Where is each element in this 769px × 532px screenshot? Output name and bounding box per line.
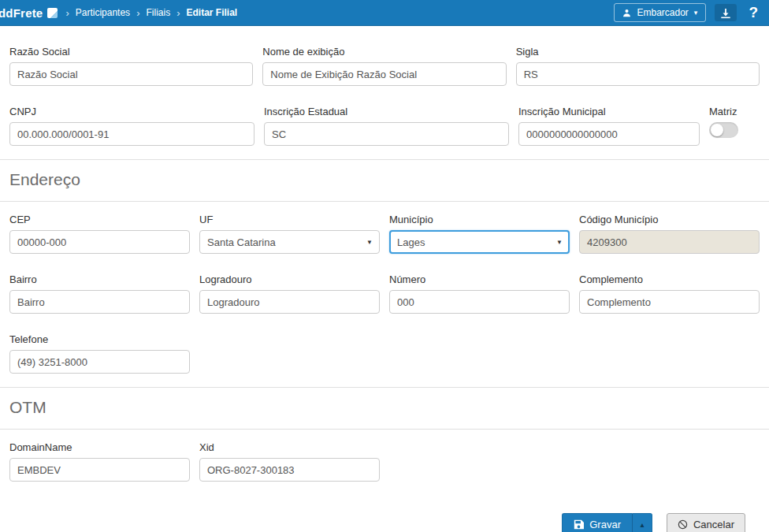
logradouro-label: Logradouro (199, 273, 380, 285)
field-inscricao-municipal: Inscrição Municipal (518, 106, 700, 146)
field-sigla: Sigla (516, 46, 760, 86)
razao-social-input[interactable] (9, 62, 253, 86)
complemento-label: Complemento (579, 273, 760, 285)
matriz-toggle[interactable] (709, 122, 738, 138)
field-telefone: Telefone (9, 333, 190, 374)
help-button[interactable]: ? (745, 4, 761, 21)
embarcador-label: Embarcador (637, 7, 688, 18)
uf-select-value: Santa Catarina (207, 236, 276, 248)
save-icon (574, 519, 584, 530)
codigo-municipio-label: Código Município (579, 214, 760, 225)
razao-social-label: Razão Social (9, 46, 253, 58)
field-logradouro: Logradouro (199, 273, 380, 314)
top-navbar: ddFrete › Participantes › Filiais › Edit… (0, 0, 769, 26)
bairro-label: Bairro (9, 273, 190, 285)
chevron-down-icon: ▾ (694, 9, 698, 17)
cep-input[interactable] (9, 230, 190, 254)
field-cep: CEP (9, 214, 190, 254)
municipio-select[interactable]: Lages ▼ (389, 230, 570, 254)
field-xid: Xid (199, 441, 380, 482)
download-icon (720, 8, 731, 19)
breadcrumb-separator-icon: › (136, 8, 139, 18)
topbar-actions: Embarcador ▾ ? (614, 3, 761, 22)
nome-exibicao-label: Nome de exibição (262, 46, 506, 58)
telefone-input[interactable] (9, 350, 190, 374)
cancel-icon (678, 519, 688, 530)
sigla-label: Sigla (516, 46, 760, 58)
user-icon (622, 9, 631, 17)
matriz-label: Matriz (709, 106, 760, 117)
toggle-knob (711, 124, 723, 136)
form-actions: Gravar ▴ Cancelar (0, 482, 769, 532)
uf-select[interactable]: Santa Catarina ▼ (199, 230, 380, 254)
breadcrumb-separator-icon: › (176, 8, 180, 18)
chevron-up-icon: ▴ (640, 521, 644, 529)
field-complemento: Complemento (579, 273, 760, 314)
save-split-button: Gravar ▴ (562, 513, 652, 532)
field-domainname: DomainName (9, 441, 190, 482)
municipio-label: Município (389, 214, 570, 225)
numero-input[interactable] (389, 290, 570, 314)
app-logo-text: ddFrete (0, 6, 43, 20)
cep-label: CEP (9, 214, 190, 225)
section-otm-title: OTM (9, 398, 760, 417)
app-logo[interactable]: ddFrete (0, 6, 64, 20)
inscricao-municipal-input[interactable] (518, 122, 700, 146)
field-numero: Número (389, 273, 570, 314)
field-codigo-municipio: Código Município (579, 214, 760, 254)
field-nome-exibicao: Nome de exibição (262, 46, 506, 86)
logradouro-input[interactable] (199, 290, 380, 314)
page: ddFrete › Participantes › Filiais › Edit… (0, 0, 769, 532)
xid-input[interactable] (199, 458, 380, 482)
chevron-down-icon: ▼ (556, 239, 563, 246)
field-razao-social: Razão Social (9, 46, 253, 86)
section-endereco: Endereço (0, 159, 769, 202)
telefone-label: Telefone (9, 333, 190, 345)
bairro-input[interactable] (9, 290, 190, 314)
cnpj-label: CNPJ (9, 106, 254, 117)
domainname-input[interactable] (9, 458, 190, 482)
domainname-label: DomainName (9, 441, 190, 453)
inscricao-estadual-input[interactable] (264, 122, 509, 146)
cnpj-input[interactable] (9, 122, 254, 146)
field-uf: UF Santa Catarina ▼ (199, 214, 380, 254)
section-endereco-title: Endereço (9, 170, 760, 189)
field-matriz: Matriz (709, 106, 760, 146)
save-button-label: Gravar (589, 519, 621, 530)
field-inscricao-estadual: Inscrição Estadual (264, 106, 509, 146)
breadcrumb-filiais[interactable]: Filiais (146, 7, 170, 18)
save-button[interactable]: Gravar (562, 513, 632, 532)
field-bairro: Bairro (9, 273, 190, 314)
breadcrumb: › Participantes › Filiais › Editar Filia… (65, 7, 237, 18)
inscricao-municipal-label: Inscrição Municipal (518, 106, 700, 117)
download-button[interactable] (715, 4, 737, 21)
cancel-button-label: Cancelar (693, 519, 734, 530)
inscricao-estadual-label: Inscrição Estadual (264, 106, 509, 117)
xid-label: Xid (199, 441, 380, 453)
complemento-input[interactable] (579, 290, 760, 314)
chevron-down-icon: ▼ (366, 239, 373, 246)
embarcador-dropdown-button[interactable]: Embarcador ▾ (614, 3, 706, 22)
content: ddFrete › Participantes › Filiais › Edit… (0, 0, 769, 532)
municipio-select-value: Lages (397, 236, 425, 248)
cancel-button[interactable]: Cancelar (667, 513, 745, 532)
breadcrumb-separator-icon: › (65, 8, 69, 18)
numero-label: Número (389, 273, 570, 285)
section-otm: OTM (0, 387, 769, 430)
sigla-input[interactable] (516, 62, 760, 86)
field-cnpj: CNPJ (9, 106, 254, 146)
nome-exibicao-input[interactable] (262, 62, 506, 86)
codigo-municipio-input (579, 230, 760, 254)
breadcrumb-participantes[interactable]: Participantes (76, 7, 130, 18)
logo-flag-icon (47, 8, 58, 18)
uf-label: UF (199, 214, 380, 225)
field-municipio: Município Lages ▼ (389, 214, 570, 254)
breadcrumb-current: Editar Filial (186, 7, 237, 18)
edit-filial-form: Razão Social Nome de exibição Sigla CNPJ (0, 26, 769, 532)
save-dropdown-toggle[interactable]: ▴ (632, 513, 652, 532)
